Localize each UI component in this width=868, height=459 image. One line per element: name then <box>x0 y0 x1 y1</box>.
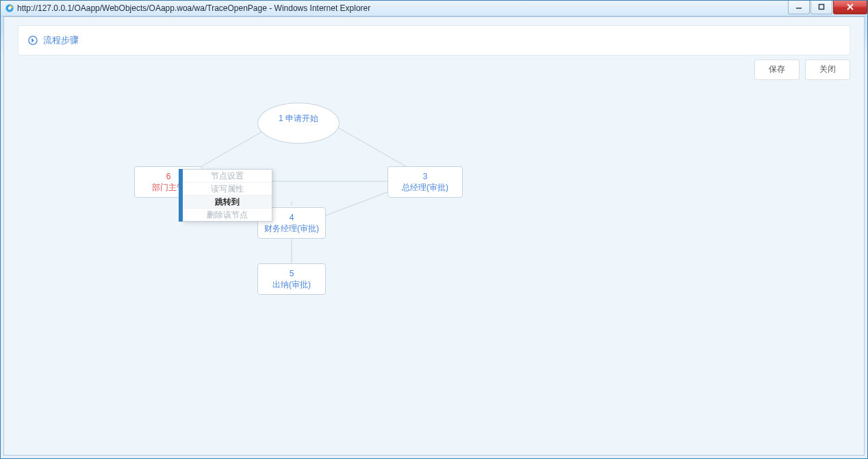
maximize-button[interactable] <box>810 0 832 14</box>
menu-item-jump-to[interactable]: 跳转到 <box>183 196 272 209</box>
svg-line-7 <box>199 127 271 168</box>
close-button[interactable]: 关闭 <box>805 60 850 80</box>
content-area: 流程步骤 保存 关闭 1 申请开始 6 部门主管 <box>3 16 865 456</box>
window-frame: http://127.0.0.1/OAapp/WebObjects/OAapp.… <box>0 0 868 459</box>
background-window-title <box>391 3 498 14</box>
menu-item-node-settings[interactable]: 节点设置 <box>183 170 272 183</box>
flow-canvas[interactable]: 1 申请开始 6 部门主管 3 总经理(审批) 4 财务经理(审批) 5 出纳(… <box>18 86 850 445</box>
close-window-button[interactable] <box>833 0 867 14</box>
node-label: 总经理(审批) <box>402 183 448 192</box>
chevron-right-circle-icon <box>28 36 38 45</box>
svg-line-8 <box>336 127 408 168</box>
flow-node-gm-approval[interactable]: 3 总经理(审批) <box>387 166 463 198</box>
node-number: 5 <box>261 268 322 279</box>
minimize-button[interactable] <box>788 0 810 14</box>
node-number: 3 <box>391 171 459 182</box>
flow-node-cashier-approval[interactable]: 5 出纳(审批) <box>257 263 326 295</box>
ie-icon <box>5 3 14 13</box>
menu-item-rw-attributes[interactable]: 读写属性 <box>183 183 272 196</box>
node-label: 出纳(审批) <box>272 280 311 289</box>
window-controls <box>787 0 867 14</box>
title-bar: http://127.0.0.1/OAapp/WebObjects/OAapp.… <box>1 1 867 16</box>
svg-point-1 <box>8 7 11 10</box>
flow-edges <box>18 86 850 445</box>
window-title: http://127.0.0.1/OAapp/WebObjects/OAapp.… <box>17 3 370 13</box>
svg-rect-3 <box>819 5 824 10</box>
menu-item-delete-node[interactable]: 删除该节点 <box>183 209 272 221</box>
panel-header: 流程步骤 <box>18 25 850 55</box>
node-label: 申请开始 <box>285 114 318 123</box>
node-label: 财务经理(审批) <box>264 224 319 233</box>
node-context-menu: 节点设置 读写属性 跳转到 删除该节点 <box>182 169 272 222</box>
flow-node-start[interactable]: 1 申请开始 <box>257 103 340 144</box>
node-number: 1 <box>279 114 283 123</box>
context-menu-indicator <box>179 169 183 222</box>
panel-title: 流程步骤 <box>43 34 79 47</box>
save-button[interactable]: 保存 <box>754 60 800 80</box>
toolbar: 保存 关闭 <box>754 60 850 80</box>
